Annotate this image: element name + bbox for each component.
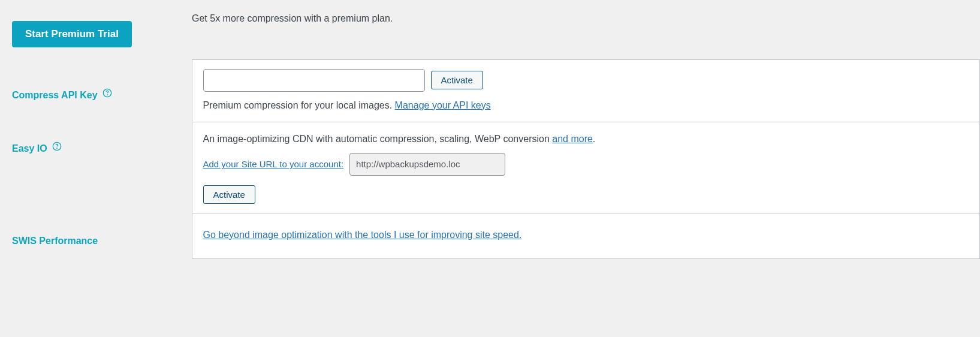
- manage-api-keys-link[interactable]: Manage your API keys: [395, 100, 491, 110]
- activate-api-key-button[interactable]: Activate: [431, 71, 483, 89]
- add-site-url-link[interactable]: Add your Site URL to your account:: [203, 159, 344, 169]
- easyio-description: An image-optimizing CDN with automatic c…: [203, 134, 553, 144]
- api-key-input[interactable]: [203, 69, 425, 92]
- easyio-period: .: [593, 134, 595, 144]
- swis-performance-link[interactable]: Go beyond image optimization with the to…: [203, 230, 522, 240]
- start-premium-trial-button[interactable]: Start Premium Trial: [12, 21, 132, 47]
- easyio-and-more-link[interactable]: and more: [552, 134, 593, 144]
- swis-performance-label: SWIS Performance: [12, 236, 98, 246]
- svg-point-3: [57, 148, 58, 149]
- activate-easyio-button[interactable]: Activate: [203, 185, 255, 204]
- help-icon[interactable]: [52, 142, 62, 151]
- trial-description: Get 5x more compression with a premium p…: [192, 13, 393, 23]
- help-icon[interactable]: [102, 88, 112, 98]
- compress-api-key-label: Compress API Key: [12, 90, 98, 100]
- svg-point-1: [107, 95, 108, 95]
- compress-description: Premium compression for your local image…: [203, 100, 395, 110]
- site-url-input[interactable]: [349, 153, 505, 176]
- easy-io-label: Easy IO: [12, 143, 47, 154]
